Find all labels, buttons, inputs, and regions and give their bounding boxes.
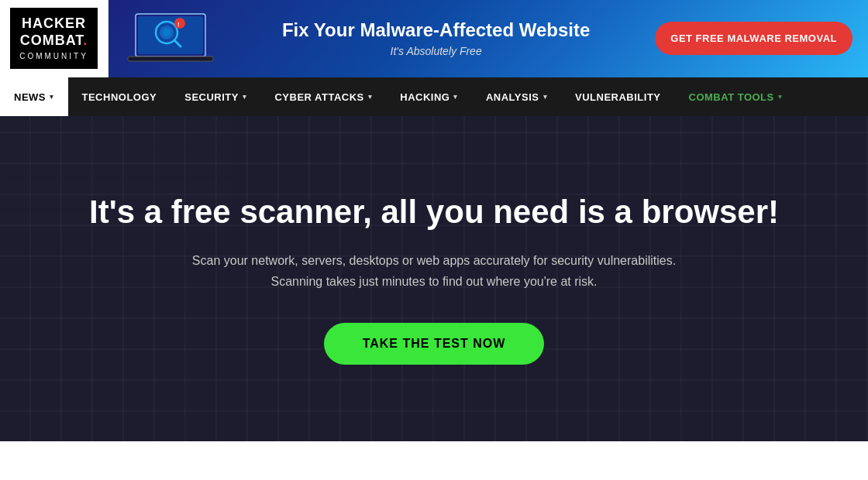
nav-item-cyber-attacks[interactable]: CYBER ATTACKS ▾ [260, 77, 386, 116]
nav-item-security[interactable]: SECURITY ▾ [170, 77, 260, 116]
banner-subtitle: It's Absolutely Free [232, 45, 639, 57]
hero-section: It's a free scanner, all you need is a b… [0, 116, 868, 441]
banner-title: Fix Your Malware-Affected Website [232, 19, 639, 42]
nav-item-technology[interactable]: TECHNOLOGY [68, 77, 171, 116]
chevron-down-icon: ▾ [543, 93, 548, 101]
chevron-down-icon: ▾ [50, 93, 54, 101]
svg-text:!: ! [177, 21, 180, 28]
svg-rect-8 [128, 57, 213, 61]
navigation: NEWS ▾ TECHNOLOGY SECURITY ▾ CYBER ATTAC… [0, 77, 868, 116]
header: HACKER COMBAT. COMMUNITY ! [0, 0, 868, 77]
logo-line1: HACKER [19, 15, 88, 33]
nav-item-vulnerability[interactable]: VULNERABILITY [561, 77, 675, 116]
nav-item-hacking[interactable]: HACKING ▾ [386, 77, 472, 116]
hero-description: Scan your network, servers, desktops or … [89, 250, 779, 292]
logo-line2: COMBAT. [19, 33, 88, 50]
chevron-down-icon: ▾ [778, 93, 783, 101]
banner-text: Fix Your Malware-Affected Website It's A… [232, 19, 639, 57]
nav-item-analysis[interactable]: ANALYSIS ▾ [472, 77, 561, 116]
laptop-icon: ! [124, 8, 217, 70]
malware-removal-button[interactable]: GET FREE MALWARE REMOVAL [655, 22, 852, 55]
chevron-down-icon: ▾ [243, 93, 247, 101]
hero-desc-line2: Scanning takes just minutes to find out … [270, 275, 597, 288]
svg-point-4 [163, 29, 170, 36]
ad-banner: ! Fix Your Malware-Affected Website It's… [108, 0, 868, 77]
site-logo[interactable]: HACKER COMBAT. COMMUNITY [0, 0, 108, 77]
hero-content: It's a free scanner, all you need is a b… [89, 193, 779, 365]
hero-title: It's a free scanner, all you need is a b… [89, 193, 779, 231]
chevron-down-icon: ▾ [368, 93, 373, 101]
nav-item-combat-tools[interactable]: COMBAT TOOLS ▾ [675, 77, 797, 116]
logo-dot: . [83, 33, 88, 48]
nav-item-news[interactable]: NEWS ▾ [0, 77, 68, 116]
take-test-button[interactable]: TAKE THE TEST NOW [324, 323, 545, 365]
chevron-down-icon: ▾ [453, 93, 458, 101]
svg-point-6 [174, 18, 185, 29]
logo-community: COMMUNITY [19, 52, 88, 61]
hero-desc-line1: Scan your network, servers, desktops or … [192, 254, 676, 267]
